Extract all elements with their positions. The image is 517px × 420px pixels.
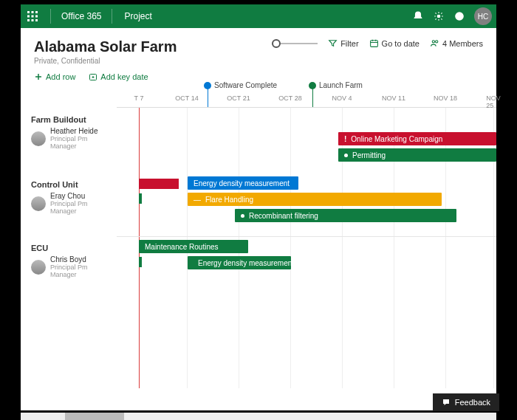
task-label: Energy density measurement (194, 179, 290, 187)
help-icon[interactable]: ? (449, 4, 470, 28)
timeline-tick: OCT 14 (175, 94, 198, 102)
project-header: Alabama Solar Farm Private, Confidential… (21, 28, 496, 72)
divider (112, 9, 112, 24)
timeline-tick: OCT 21 (227, 94, 250, 102)
milestone[interactable]: Software Complete (204, 81, 277, 89)
task-bar-fragment[interactable] (139, 179, 179, 189)
task-label: Recombinant filtering (249, 212, 318, 220)
svg-rect-4 (32, 16, 34, 18)
group: ECUChris BoydPrincipal Pm Manager (21, 236, 117, 284)
group-sidebar: Farm BuildoutHeather HeidePrincipal Pm M… (21, 108, 117, 388)
members-label: 4 Members (442, 39, 483, 48)
feedback-label: Feedback (455, 398, 490, 407)
group: Farm BuildoutHeather HeidePrincipal Pm M… (21, 108, 117, 156)
project-title: Alabama Solar Farm (34, 38, 177, 55)
suite-brand[interactable]: Office 365 (57, 11, 106, 21)
app-name[interactable]: Project (118, 11, 157, 21)
task-label: Permitting (352, 151, 386, 159)
avatar-icon (31, 196, 46, 211)
app-window: Office 365 Project ? HC Alabama Solar Fa… (21, 4, 496, 410)
person-name: Heather Heide (50, 127, 111, 135)
timeline-tick: NOV 25 (486, 94, 501, 109)
avatar-icon (31, 131, 46, 146)
status-dot-icon (344, 154, 348, 157)
person-role: Principal Pm Manager (50, 135, 111, 150)
svg-rect-8 (35, 19, 38, 21)
goto-date-label: Go to date (382, 39, 420, 48)
svg-rect-7 (32, 19, 34, 21)
timeline-tick: T 7 (134, 94, 144, 102)
avatar-icon (31, 260, 46, 275)
timeline-tick: NOV 4 (332, 94, 352, 102)
group-owner[interactable]: Eray ChouPrincipal Pm Manager (31, 192, 111, 215)
timeline-header: T 7OCT 14OCT 21OCT 28NOV 4NOV 11NOV 18NO… (117, 87, 496, 108)
status-dot-icon (241, 214, 244, 218)
svg-point-14 (436, 41, 438, 43)
project-subtitle: Private, Confidential (34, 57, 177, 65)
svg-point-9 (437, 15, 440, 18)
filter-button[interactable]: Filter (328, 38, 358, 48)
task-bar[interactable]: —Flare Handling (188, 193, 442, 206)
settings-icon[interactable] (428, 4, 449, 28)
group-title: ECU (31, 244, 111, 252)
task-bar[interactable]: Energy density measurement (188, 176, 298, 190)
svg-rect-5 (35, 16, 38, 18)
svg-rect-2 (35, 11, 38, 13)
timeline-body[interactable]: !Online Marketing CampaignPermittingEner… (21, 108, 496, 388)
svg-rect-0 (27, 11, 30, 13)
svg-rect-6 (27, 19, 30, 21)
task-bar-fragment[interactable] (139, 193, 142, 204)
person-role: Principal Pm Manager (50, 264, 111, 278)
svg-text:?: ? (458, 13, 462, 20)
horizontal-scrollbar[interactable] (21, 413, 496, 420)
group-owner[interactable]: Chris BoydPrincipal Pm Manager (31, 255, 111, 278)
svg-rect-12 (370, 41, 377, 47)
task-bar[interactable]: Permitting (338, 148, 496, 162)
top-bar: Office 365 Project ? HC (21, 4, 496, 28)
task-label: Energy density measurement (198, 259, 294, 267)
person-name: Chris Boyd (50, 255, 111, 264)
svg-rect-3 (27, 16, 30, 18)
person-name: Eray Chou (50, 192, 111, 200)
filter-label: Filter (340, 39, 358, 48)
person-role: Principal Pm Manager (50, 200, 111, 215)
svg-rect-1 (32, 11, 34, 13)
user-avatar[interactable]: HC (474, 7, 492, 25)
task-bar[interactable]: Recombinant filtering (235, 209, 456, 222)
app-launcher-icon[interactable] (21, 4, 44, 28)
task-bar[interactable]: Maintenance Routines (139, 240, 248, 253)
task-bar[interactable]: !Online Marketing Campaign (338, 132, 496, 145)
task-label: Maintenance Routines (145, 243, 219, 251)
divider (50, 9, 51, 24)
members-button[interactable]: 4 Members (430, 38, 483, 48)
zoom-slider[interactable] (272, 39, 318, 48)
group-title: Farm Buildout (31, 115, 111, 124)
timeline-tick: NOV 11 (382, 94, 405, 102)
dash-icon: — (194, 196, 201, 204)
add-row-button[interactable]: Add row (34, 72, 75, 81)
add-key-date-button[interactable]: Add key date (89, 72, 148, 81)
task-bar-fragment[interactable] (139, 257, 142, 267)
notifications-icon[interactable] (408, 4, 428, 28)
timeline-tick: OCT 28 (278, 94, 301, 102)
task-label: Online Marketing Campaign (351, 135, 442, 143)
milestone[interactable]: Launch Farm (309, 81, 363, 89)
svg-point-13 (432, 41, 434, 43)
task-label: Flare Handling (205, 196, 253, 204)
add-key-date-label: Add key date (100, 72, 148, 81)
grid-line (290, 108, 291, 388)
group: Control UnitEray ChouPrincipal Pm Manage… (21, 173, 117, 221)
group-owner[interactable]: Heather HeidePrincipal Pm Manager (31, 127, 111, 150)
goto-date-button[interactable]: Go to date (369, 38, 420, 48)
add-row-label: Add row (46, 72, 75, 81)
feedback-button[interactable]: Feedback (433, 393, 499, 411)
timeline-tick: NOV 18 (434, 94, 457, 102)
scrollbar-thumb[interactable] (65, 413, 124, 420)
group-title: Control Unit (31, 180, 111, 189)
task-bar[interactable]: Energy density measurement (188, 256, 291, 269)
alert-icon: ! (344, 135, 346, 143)
